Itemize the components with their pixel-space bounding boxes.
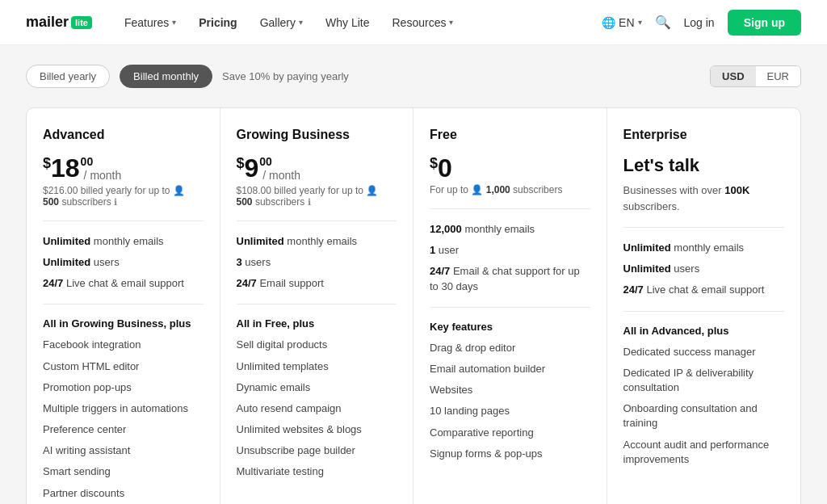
- price-yearly-note: $216.00 billed yearly for up to 👤 500 su…: [43, 185, 204, 208]
- list-item: Unlimited users: [623, 262, 785, 276]
- list-item: Custom HTML editor: [43, 359, 204, 374]
- price-whole: 0: [438, 155, 452, 181]
- chevron-icon: ▾: [172, 18, 176, 27]
- features-top-list: Unlimited monthly emails Unlimited users…: [43, 234, 204, 292]
- price-cents: 00: [259, 155, 300, 169]
- list-item: Unlimited monthly emails: [623, 241, 785, 255]
- chevron-icon: ▾: [638, 18, 642, 27]
- plan-advanced: Advanced $ 18 00 / month $216.00 billed …: [27, 108, 220, 504]
- list-item: Account audit and performance improvemen…: [623, 438, 785, 467]
- navigation: mailerlite Features ▾ Pricing Gallery ▾ …: [0, 0, 827, 45]
- nav-gallery[interactable]: Gallery ▾: [260, 16, 303, 29]
- list-item: Dedicated IP & deliverability consultati…: [623, 366, 785, 395]
- plan-name: Growing Business: [237, 128, 397, 142]
- lets-talk: Let's talk: [623, 155, 785, 176]
- section-label: All in Free, plus: [237, 317, 397, 330]
- list-item: Websites: [430, 383, 590, 397]
- list-item: Signup forms & pop-ups: [430, 447, 590, 461]
- list-item: Dedicated success manager: [623, 345, 785, 359]
- price-display: $ 9 00 / month: [237, 155, 397, 182]
- pricing-grid: Advanced $ 18 00 / month $216.00 billed …: [26, 107, 801, 504]
- list-item: Unsubscribe page builder: [237, 443, 397, 458]
- list-item: Promotion pop-ups: [43, 380, 204, 395]
- list-item: 1 user: [430, 243, 590, 258]
- plan-enterprise: Enterprise Let's talk Businesses with ov…: [607, 108, 801, 504]
- nav-pricing[interactable]: Pricing: [199, 16, 237, 29]
- logo[interactable]: mailerlite: [26, 14, 92, 31]
- save-text: Save 10% by paying yearly: [222, 70, 349, 82]
- list-item: Sell digital products: [237, 338, 397, 352]
- list-item: 3 users: [237, 255, 397, 270]
- features-top-list: 12,000 monthly emails 1 user 24/7 Email …: [430, 222, 590, 294]
- list-item: Drag & drop editor: [430, 341, 590, 355]
- billing-toggle-section: Billed yearly Billed monthly Save 10% by…: [26, 65, 801, 88]
- list-item: Onboarding consultation and training: [623, 401, 785, 430]
- price-yearly-note: For up to 👤 1,000 subscribers: [430, 184, 590, 195]
- section-label: All in Growing Business, plus: [43, 317, 204, 330]
- list-item: Preference center: [43, 422, 204, 437]
- nav-resources[interactable]: Resources ▾: [393, 16, 454, 29]
- price-symbol: $: [237, 155, 245, 173]
- features-list: Dedicated success manager Dedicated IP &…: [623, 345, 785, 467]
- price-symbol: $: [43, 155, 51, 173]
- list-item: Unlimited users: [43, 255, 204, 270]
- list-item: Auto resend campaign: [237, 401, 397, 416]
- list-item: 24/7 Email support: [237, 276, 397, 291]
- plan-name: Enterprise: [623, 128, 785, 142]
- list-item: Unlimited monthly emails: [43, 234, 204, 249]
- price-whole: 18: [51, 155, 80, 181]
- section-label: All in Advanced, plus: [623, 325, 785, 337]
- plan-name: Free: [430, 128, 590, 142]
- price-display: $ 18 00 / month: [43, 155, 204, 182]
- list-item: Email automation builder: [430, 362, 590, 376]
- list-item: Unlimited monthly emails: [237, 234, 397, 249]
- nav-links: Features ▾ Pricing Gallery ▾ Why Lite Re…: [124, 16, 602, 29]
- list-item: Unlimited websites & blogs: [237, 422, 397, 437]
- currency-group: USD EUR: [710, 65, 801, 87]
- list-item: Unlimited templates: [237, 359, 397, 374]
- billed-monthly-toggle[interactable]: Billed monthly: [120, 65, 212, 88]
- globe-icon: 🌐: [602, 16, 615, 29]
- features-list: Sell digital products Unlimited template…: [237, 338, 397, 479]
- nav-features[interactable]: Features ▾: [124, 16, 176, 29]
- list-item: Multiple triggers in automations: [43, 401, 204, 416]
- logo-text: mailer: [26, 14, 69, 31]
- list-item: Multivariate testing: [237, 464, 397, 479]
- billed-yearly-toggle[interactable]: Billed yearly: [26, 65, 110, 88]
- currency-usd-button[interactable]: USD: [711, 66, 755, 86]
- features-top-list: Unlimited monthly emails Unlimited users…: [623, 241, 785, 298]
- currency-eur-button[interactable]: EUR: [756, 66, 800, 86]
- nav-right: 🌐 EN ▾ 🔍 Log in Sign up: [602, 10, 801, 36]
- price-cents: 00: [81, 155, 122, 169]
- list-item: 24/7 Live chat & email support: [623, 283, 785, 297]
- search-icon[interactable]: 🔍: [655, 15, 671, 30]
- list-item: 10 landing pages: [430, 404, 590, 418]
- language-selector[interactable]: 🌐 EN ▾: [602, 16, 641, 29]
- page-content: Billed yearly Billed monthly Save 10% by…: [0, 45, 827, 504]
- price-display: $ 0: [430, 155, 590, 181]
- list-item: 24/7 Live chat & email support: [43, 276, 204, 291]
- features-top-list: Unlimited monthly emails 3 users 24/7 Em…: [237, 234, 397, 292]
- logo-lite-badge: lite: [71, 16, 92, 29]
- section-label: Key features: [430, 321, 590, 333]
- list-item: Comparative reporting: [430, 426, 590, 440]
- price-period: / month: [84, 169, 122, 182]
- price-period: / month: [262, 169, 300, 182]
- price-whole: 9: [245, 155, 259, 181]
- list-item: AI writing assistant: [43, 443, 204, 458]
- login-button[interactable]: Log in: [684, 16, 715, 29]
- plan-growing-business: Growing Business $ 9 00 / month $108.00 …: [220, 108, 414, 504]
- list-item: Smart sending: [43, 464, 204, 479]
- signup-button[interactable]: Sign up: [728, 10, 801, 36]
- list-item: 24/7 Email & chat support for up to 30 d…: [430, 264, 590, 293]
- list-item: Dynamic emails: [237, 380, 397, 395]
- price-symbol: $: [430, 155, 438, 173]
- nav-whylite[interactable]: Why Lite: [325, 16, 369, 29]
- list-item: Partner discounts: [43, 486, 204, 501]
- chevron-icon: ▾: [299, 18, 303, 27]
- price-yearly-note: $108.00 billed yearly for up to 👤 500 su…: [237, 185, 397, 208]
- list-item: Facebook integration: [43, 338, 204, 352]
- list-item: 12,000 monthly emails: [430, 222, 590, 237]
- features-list: Drag & drop editor Email automation buil…: [430, 341, 590, 461]
- chevron-icon: ▾: [449, 18, 453, 27]
